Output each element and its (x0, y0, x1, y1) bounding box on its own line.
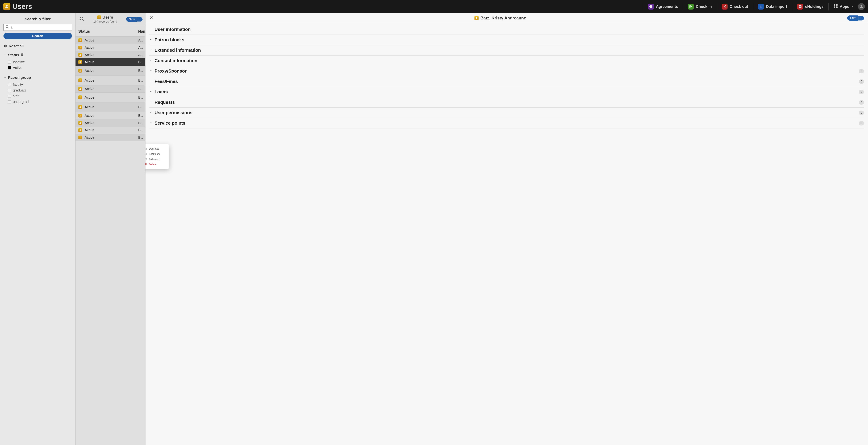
row-status: Active (85, 135, 94, 139)
nav-item-label: Agreements (656, 4, 678, 9)
edit-button[interactable]: Edit (847, 15, 858, 21)
accordion-section-patron-blocks[interactable]: Patron blocks (149, 35, 864, 45)
new-user-button[interactable]: New (126, 17, 137, 22)
accordion-title: Proxy/Sponsor (155, 68, 857, 74)
row-name: Baye (138, 69, 143, 73)
detail-title: Batz, Kristy Andreanne (480, 15, 526, 21)
apps-menu-button[interactable]: Apps (832, 3, 856, 10)
back-to-search-button[interactable] (78, 16, 84, 22)
profile-button[interactable] (858, 3, 865, 10)
row-status: Active (85, 87, 94, 91)
filter-header-status[interactable]: Status (3, 53, 72, 57)
table-row[interactable]: Active Bloc (75, 112, 145, 119)
accordion-section-service-points[interactable]: Service points3 (149, 118, 864, 128)
results-count: 164 records found (86, 20, 124, 24)
table-row[interactable]: Active Berg (75, 92, 145, 102)
chevron-down-icon (149, 90, 152, 94)
nav-item-check-in[interactable]: Check in (686, 3, 713, 10)
menu-item-duplicate[interactable]: Duplicate (146, 146, 169, 151)
menu-item-fullscreen[interactable]: Fullscreen (146, 157, 169, 162)
svg-rect-2 (834, 6, 835, 8)
close-detail-button[interactable] (149, 15, 153, 21)
checkbox[interactable] (8, 61, 11, 64)
logout-icon (722, 4, 727, 9)
table-row[interactable]: Active Boeh (75, 126, 145, 134)
users-icon (78, 105, 82, 109)
svg-rect-3 (836, 6, 838, 8)
checkbox[interactable] (8, 66, 11, 69)
table-row[interactable]: Active Bern (75, 102, 145, 112)
apps-grid-icon (833, 4, 838, 9)
table-row[interactable]: Active Bore (75, 134, 145, 141)
search-button[interactable]: Search (3, 33, 72, 39)
results-column-headers: Status Name (75, 25, 145, 36)
nav-item-check-out[interactable]: Check out (720, 3, 749, 10)
row-name: Berg (138, 95, 143, 99)
users-icon (78, 78, 82, 82)
accordion-section-user-permissions[interactable]: User permissions0 (149, 107, 864, 118)
accordion-section-contact-information[interactable]: Contact information (149, 56, 864, 66)
table-row[interactable]: Active Bedn (75, 85, 145, 92)
x-circle-icon (3, 44, 7, 48)
filter-option-patron-group-graduate[interactable]: graduate (8, 88, 72, 93)
table-row[interactable]: Active Auer (75, 44, 145, 51)
accordion-section-user-information[interactable]: User information (149, 24, 864, 35)
clear-filter-icon[interactable] (21, 53, 24, 57)
filter-option-status-active[interactable]: Active (8, 65, 72, 71)
chevron-up-icon (3, 75, 7, 80)
checkbox[interactable] (8, 100, 11, 103)
users-icon (78, 114, 82, 118)
table-row[interactable]: Active Bloc (75, 119, 145, 126)
users-icon (78, 87, 82, 91)
login-icon (688, 4, 694, 9)
filter-option-patron-group-staff[interactable]: staff (8, 93, 72, 99)
copy-icon (146, 147, 147, 150)
nav-item-data-import[interactable]: Data import (756, 3, 788, 10)
filter-header-patron-group[interactable]: Patron group (3, 75, 72, 80)
accordion-section-loans[interactable]: Loans0 (149, 87, 864, 97)
menu-item-bookmark[interactable]: Bookmark (146, 151, 169, 157)
filter-option-label: graduate (13, 88, 27, 92)
table-row[interactable]: Active Auer (75, 51, 145, 58)
filter-option-patron-group-undergrad[interactable]: undergrad (8, 99, 72, 105)
table-row[interactable]: Active Beck (75, 75, 145, 85)
menu-item-delete[interactable]: Delete (146, 162, 169, 167)
search-input[interactable] (3, 24, 72, 31)
row-status: Active (85, 45, 94, 50)
checkbox[interactable] (8, 95, 11, 98)
table-row[interactable]: Active ADM (75, 36, 145, 44)
checkbox[interactable] (8, 83, 11, 86)
table-row[interactable]: Active Baye (75, 66, 145, 75)
chevron-down-icon (149, 49, 152, 52)
app-brand[interactable]: Users (3, 3, 32, 10)
upload-icon (758, 4, 764, 9)
count-badge: 0 (859, 110, 864, 115)
reset-all-button[interactable]: Reset all (3, 44, 72, 48)
row-status: Active (85, 105, 94, 109)
menu-item-label: Delete (149, 163, 156, 166)
row-status: Active (85, 95, 94, 99)
users-icon (78, 128, 82, 132)
row-name: Boeh (138, 128, 143, 132)
filter-section-status: Status InactiveActive (3, 53, 72, 71)
table-row[interactable]: Active Batz (75, 58, 145, 66)
filter-option-patron-group-faculty[interactable]: faculty (8, 82, 72, 88)
users-app-icon (3, 3, 10, 10)
new-user-more-button[interactable] (137, 17, 143, 22)
column-header-name[interactable]: Name (138, 29, 146, 34)
nav-item-agreements[interactable]: Agreements (647, 3, 679, 10)
column-header-status[interactable]: Status (78, 29, 138, 34)
accordion-section-requests[interactable]: Requests0 (149, 97, 864, 107)
accordion-section-extended-information[interactable]: Extended information (149, 45, 864, 56)
chevron-down-icon (149, 100, 152, 104)
checkbox[interactable] (8, 89, 11, 92)
accordion-section-fees-fines[interactable]: Fees/Fines0 (149, 76, 864, 87)
edit-more-button[interactable] (858, 16, 864, 21)
filter-option-status-inactive[interactable]: Inactive (8, 59, 72, 65)
plus-box-icon (797, 4, 803, 9)
accordion-section-proxy-sponsor[interactable]: Proxy/Sponsor0 (149, 66, 864, 76)
search-icon (5, 25, 9, 30)
menu-item-label: Duplicate (149, 147, 159, 150)
nav-item-eholdings[interactable]: eHoldings (796, 3, 825, 10)
filter-option-label: staff (13, 94, 19, 98)
